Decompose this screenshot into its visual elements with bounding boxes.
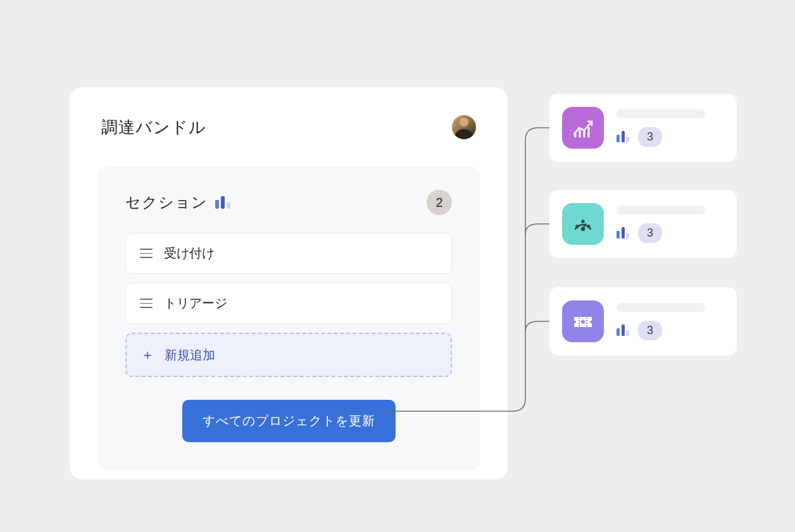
svg-point-0 — [577, 226, 579, 228]
svg-point-2 — [588, 226, 590, 228]
svg-point-1 — [582, 221, 584, 223]
project-meta: 3 — [617, 321, 724, 340]
section-title-wrap: セクション — [125, 192, 230, 213]
section-item-label: 受け付け — [164, 245, 215, 262]
ticket-icon — [562, 300, 604, 342]
section-count-badge: 2 — [427, 190, 452, 215]
update-all-projects-button[interactable]: すべてのプロジェクトを更新 — [182, 400, 396, 442]
project-title-placeholder — [617, 206, 705, 214]
drag-handle-icon[interactable] — [140, 249, 153, 258]
project-content: 3 — [617, 206, 724, 243]
drag-handle-icon[interactable] — [140, 299, 153, 308]
project-title-placeholder — [617, 303, 705, 312]
project-meta: 3 — [617, 223, 724, 243]
plus-icon: ＋ — [141, 345, 154, 364]
board-icon — [215, 196, 230, 209]
project-card[interactable]: 3 — [549, 190, 737, 258]
gauge-icon — [562, 203, 604, 245]
project-count-badge: 3 — [638, 127, 662, 147]
project-content: 3 — [617, 303, 724, 340]
project-count-badge: 3 — [638, 223, 662, 243]
growth-icon — [562, 107, 604, 149]
project-card[interactable]: 3 — [549, 94, 737, 162]
section-item[interactable]: トリアージ — [125, 283, 452, 324]
svg-point-3 — [582, 228, 584, 230]
board-icon — [617, 131, 629, 142]
add-section-label: 新規追加 — [165, 347, 215, 364]
card-header: 調達バンドル — [101, 115, 476, 139]
board-icon — [617, 227, 629, 238]
section-item[interactable]: 受け付け — [125, 233, 452, 274]
project-card[interactable]: 3 — [549, 287, 737, 356]
bundle-card: 調達バンドル セクション 2 受け付け トリアージ — [70, 87, 508, 479]
project-title-placeholder — [617, 109, 705, 118]
section-header: セクション 2 — [125, 190, 452, 215]
add-section-button[interactable]: ＋ 新規追加 — [125, 333, 452, 377]
section-title: セクション — [125, 192, 208, 213]
avatar[interactable] — [452, 115, 476, 139]
section-item-label: トリアージ — [164, 295, 227, 312]
section-panel: セクション 2 受け付け トリアージ ＋ 新規追加 すべてのプロジェクトを更新 — [97, 167, 480, 470]
card-title: 調達バンドル — [101, 116, 206, 139]
project-count-badge: 3 — [638, 321, 662, 340]
project-content: 3 — [617, 109, 724, 147]
project-meta: 3 — [617, 127, 724, 147]
board-icon — [617, 325, 629, 336]
